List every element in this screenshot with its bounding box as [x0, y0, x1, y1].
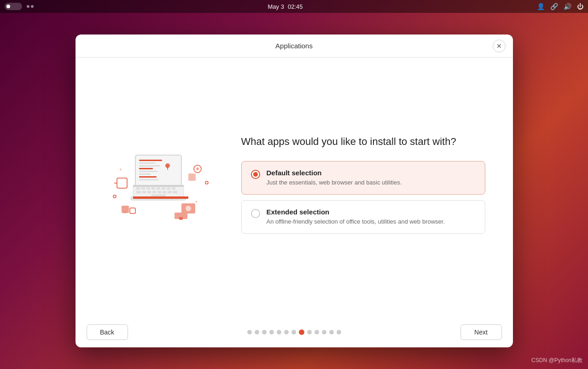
taskbar: May 3 02:45 👤 🔗 🔊 ⏻ — [0, 0, 588, 13]
svg-rect-25 — [139, 171, 157, 172]
progress-dots — [247, 329, 341, 335]
extended-selection-option[interactable]: Extended selection An offline-friendly s… — [241, 200, 485, 234]
progress-dot-4 — [269, 330, 274, 334]
svg-rect-3 — [141, 187, 145, 190]
svg-point-36 — [113, 195, 116, 198]
svg-rect-14 — [157, 191, 161, 193]
svg-rect-22 — [139, 162, 155, 164]
progress-dot-3 — [262, 330, 267, 334]
content-title: What apps would you like to install to s… — [241, 135, 485, 149]
progress-dot-5 — [277, 330, 281, 334]
progress-dot-13 — [337, 330, 341, 334]
svg-point-40 — [196, 167, 199, 170]
svg-rect-30 — [117, 178, 127, 188]
svg-rect-5 — [151, 187, 155, 190]
svg-rect-11 — [142, 191, 146, 193]
svg-rect-9 — [172, 187, 175, 190]
default-option-desc: Just the essentials, web browser and bas… — [267, 179, 402, 187]
dialog-footer: Back Next — [76, 317, 513, 347]
progress-dot-8 — [299, 329, 304, 335]
svg-text:+: + — [119, 167, 122, 172]
svg-rect-17 — [173, 191, 177, 193]
volume-icon: 🔊 — [564, 3, 571, 10]
laptop-illustration: + + — [103, 137, 214, 238]
svg-rect-20 — [133, 185, 184, 187]
default-option-title: Default selection — [267, 169, 402, 177]
default-selection-option[interactable]: Default selection Just the essentials, w… — [241, 161, 485, 195]
person-icon: 👤 — [537, 3, 545, 10]
progress-dot-6 — [284, 330, 289, 334]
progress-dot-11 — [322, 330, 326, 334]
default-radio-inner — [253, 172, 258, 177]
progress-dot-2 — [255, 330, 259, 334]
taskbar-pill-dot — [6, 5, 10, 8]
svg-rect-10 — [136, 191, 141, 193]
taskbar-right: 👤 🔗 🔊 ⏻ — [537, 3, 583, 10]
svg-point-43 — [186, 206, 191, 211]
back-button[interactable]: Back — [87, 324, 128, 340]
svg-rect-38 — [188, 173, 196, 181]
svg-rect-23 — [139, 165, 160, 167]
content-area: What apps would you like to install to s… — [241, 135, 485, 240]
progress-dot-1 — [247, 330, 252, 334]
progress-dot-10 — [314, 330, 319, 334]
progress-dot-12 — [329, 330, 334, 334]
taskbar-center: May 3 02:45 — [268, 3, 303, 10]
credit-text: CSDN @Python私教 — [531, 357, 582, 364]
progress-dot-9 — [307, 330, 312, 334]
svg-rect-28 — [139, 179, 158, 180]
svg-rect-33 — [130, 208, 135, 213]
extended-radio — [251, 209, 260, 218]
progress-dot-7 — [291, 330, 296, 334]
extended-option-title: Extended selection — [267, 208, 445, 216]
svg-text:+: + — [195, 200, 198, 204]
default-radio — [251, 170, 260, 179]
dialog-header: Applications ✕ — [76, 35, 513, 58]
svg-rect-45 — [179, 217, 183, 220]
svg-rect-12 — [147, 191, 151, 193]
close-button[interactable]: ✕ — [493, 40, 506, 52]
network-icon: 🔗 — [550, 3, 558, 10]
svg-rect-4 — [146, 187, 150, 190]
taskbar-dots — [27, 5, 34, 8]
taskbar-time: 02:45 — [288, 3, 303, 10]
svg-rect-7 — [162, 187, 165, 190]
extended-option-text: Extended selection An offline-friendly s… — [267, 208, 445, 226]
extended-option-desc: An offline-friendly selection of office … — [267, 218, 445, 226]
default-option-text: Default selection Just the essentials, w… — [267, 169, 402, 187]
svg-rect-13 — [152, 191, 156, 193]
svg-rect-15 — [163, 191, 166, 193]
svg-rect-6 — [157, 187, 160, 190]
svg-rect-27 — [139, 176, 157, 178]
dialog-body: + + — [76, 58, 513, 317]
svg-point-37 — [205, 181, 208, 184]
dialog-title: Applications — [275, 42, 313, 50]
taskbar-left — [5, 3, 34, 10]
next-button[interactable]: Next — [460, 324, 502, 340]
svg-rect-29 — [133, 196, 188, 199]
svg-rect-26 — [139, 173, 151, 175]
svg-rect-8 — [167, 187, 170, 190]
taskbar-date: May 3 — [268, 3, 284, 10]
power-icon: ⏻ — [577, 3, 583, 10]
svg-rect-21 — [139, 160, 162, 161]
svg-rect-16 — [168, 191, 171, 193]
svg-rect-24 — [139, 168, 153, 169]
svg-text:+: + — [124, 210, 126, 215]
taskbar-pill — [5, 3, 22, 10]
svg-rect-2 — [136, 187, 140, 190]
applications-dialog: Applications ✕ — [76, 35, 513, 347]
